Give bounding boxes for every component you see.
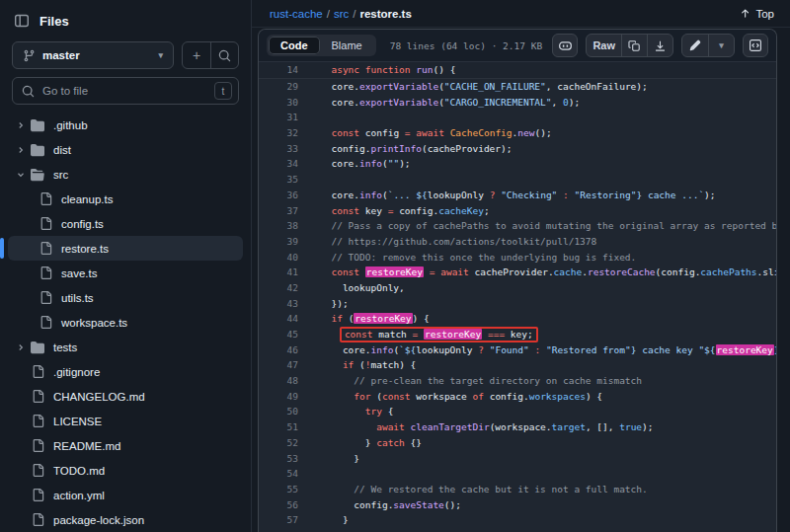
tab-blame[interactable]: Blame: [320, 37, 374, 54]
line-number[interactable]: 29: [259, 79, 308, 95]
line-number[interactable]: 34: [259, 156, 308, 172]
sidebar-panel-toggle-button[interactable]: [14, 13, 30, 29]
code-line-text: [308, 110, 776, 125]
code-line-text: lookupOnly,: [308, 280, 776, 296]
tree-file-save.ts[interactable]: save.ts: [8, 261, 243, 285]
code-line-text: // TODO: remove this once the underlying…: [308, 250, 776, 266]
chevron-right-icon[interactable]: [12, 342, 30, 352]
tree-file-utils.ts[interactable]: utils.ts: [8, 285, 243, 310]
line-number[interactable]: 36: [259, 188, 308, 203]
new-file-button[interactable]: +: [183, 42, 210, 68]
line-number[interactable]: 48: [259, 373, 308, 389]
tree-folder-dist[interactable]: dist: [8, 137, 243, 162]
tree-file-README.md[interactable]: README.md: [8, 433, 243, 458]
file-tree: .githubdistsrccleanup.tsconfig.tsrestore…: [0, 113, 251, 532]
line-number[interactable]: 46: [259, 342, 308, 358]
line-number[interactable]: 54: [259, 466, 308, 482]
code-line-text: // Pass a copy of cachePaths to avoid mu…: [308, 218, 776, 234]
code-line-text: core.info(`... ${lookupOnly ? "Checking"…: [308, 188, 776, 203]
tree-file-TODO.md[interactable]: TODO.md: [8, 458, 243, 483]
download-icon: [654, 39, 667, 52]
code-line: 36 core.info(`... ${lookupOnly ? "Checki…: [259, 188, 776, 203]
tree-folder-src[interactable]: src: [8, 162, 243, 187]
git-branch-icon: [23, 49, 36, 62]
go-to-file-placeholder: Go to file: [42, 85, 214, 97]
raw-button[interactable]: Raw: [587, 35, 621, 56]
line-number[interactable]: 51: [259, 419, 308, 435]
line-number[interactable]: 37: [259, 203, 308, 219]
search-icon: [22, 85, 35, 98]
tree-file-cleanup.ts[interactable]: cleanup.ts: [8, 187, 243, 211]
code-line-text: }: [308, 451, 776, 467]
search-tree-button[interactable]: [210, 42, 238, 68]
chevron-right-icon[interactable]: [12, 120, 30, 130]
line-number[interactable]: 32: [259, 125, 308, 141]
line-number[interactable]: 57: [259, 512, 308, 528]
breadcrumb-dir-link[interactable]: src: [334, 8, 349, 20]
breadcrumb-repo-link[interactable]: rust-cache: [270, 8, 323, 20]
line-number[interactable]: 44: [259, 311, 308, 327]
file-icon: [38, 266, 53, 279]
download-button[interactable]: [647, 35, 672, 56]
line-number[interactable]: 40: [259, 250, 308, 266]
tree-item-label: workspace.ts: [61, 317, 127, 329]
edit-dropdown-button[interactable]: ▾: [708, 35, 734, 56]
line-number[interactable]: 42: [259, 280, 308, 296]
tree-file-config.ts[interactable]: config.ts: [8, 211, 243, 236]
chevron-right-icon[interactable]: [12, 145, 30, 155]
tree-item-label: LICENSE: [53, 416, 102, 427]
line-number[interactable]: 52: [259, 435, 308, 451]
copilot-button[interactable]: [552, 34, 578, 57]
line-number[interactable]: 55: [259, 482, 308, 497]
file-icon: [30, 464, 45, 477]
code-line-text: for (const workspace of config.workspace…: [308, 389, 776, 405]
line-number[interactable]: 31: [259, 110, 308, 125]
code-line-text: if (restoreKey) {: [308, 311, 776, 327]
line-number[interactable]: 35: [259, 172, 308, 188]
tree-file-.gitignore[interactable]: .gitignore: [8, 359, 243, 384]
line-number[interactable]: 39: [259, 234, 308, 250]
tree-file-restore.ts[interactable]: restore.ts: [8, 236, 243, 261]
line-number[interactable]: 45: [259, 327, 308, 342]
tree-file-workspace.ts[interactable]: workspace.ts: [8, 310, 243, 335]
line-number[interactable]: 56: [259, 497, 308, 513]
line-number[interactable]: 43: [259, 296, 308, 312]
line-number[interactable]: 50: [259, 404, 308, 419]
tree-folder-tests[interactable]: tests: [8, 335, 243, 359]
line-number[interactable]: 30: [259, 95, 308, 111]
line-number[interactable]: 38: [259, 218, 308, 234]
breadcrumb-current-file: restore.ts: [359, 8, 411, 20]
line-number[interactable]: 47: [259, 357, 308, 373]
annotation-box: const match = restoreKey === key;: [340, 327, 538, 342]
breadcrumb: rust-cache/src/restore.ts Top: [252, 0, 790, 28]
edit-button[interactable]: [682, 35, 708, 56]
code-square-icon: [749, 38, 762, 52]
back-to-top-link[interactable]: Top: [740, 8, 774, 20]
tree-file-action.yml[interactable]: action.yml: [8, 483, 243, 507]
line-number[interactable]: 14: [259, 62, 308, 78]
code-line-text: core.info(`${lookupOnly ? "Found" : "Res…: [308, 342, 776, 358]
tree-file-CHANGELOG.md[interactable]: CHANGELOG.md: [8, 384, 243, 409]
code-line-text: if (!match) {: [308, 357, 776, 373]
code-line: 47 if (!match) {: [259, 357, 776, 373]
line-number[interactable]: 53: [259, 451, 308, 467]
code-line-text: }: [308, 512, 776, 528]
tree-item-label: save.ts: [61, 267, 97, 279]
go-to-file-input[interactable]: Go to file t: [12, 77, 239, 105]
tree-folder-.github[interactable]: .github: [8, 113, 243, 137]
tab-code[interactable]: Code: [269, 37, 320, 54]
symbols-panel-button[interactable]: [743, 34, 768, 57]
tree-item-label: src: [53, 169, 68, 181]
file-icon: [30, 365, 45, 378]
tree-file-LICENSE[interactable]: LICENSE: [8, 409, 243, 433]
line-number[interactable]: 49: [259, 389, 308, 405]
line-number[interactable]: 41: [259, 265, 308, 280]
tree-file-package-lock.json[interactable]: package-lock.json: [8, 507, 243, 532]
chevron-down-icon[interactable]: [12, 170, 30, 180]
branch-selector[interactable]: master ▾: [12, 41, 174, 69]
code-line: 51 await cleanTargetDir(workspace.target…: [259, 419, 776, 435]
file-view: rust-cache/src/restore.ts Top Code Blame…: [252, 0, 790, 532]
line-number[interactable]: 33: [259, 141, 308, 157]
code-line-text: // We restored the cache but it is not a…: [308, 482, 776, 497]
copy-button[interactable]: [621, 35, 647, 56]
